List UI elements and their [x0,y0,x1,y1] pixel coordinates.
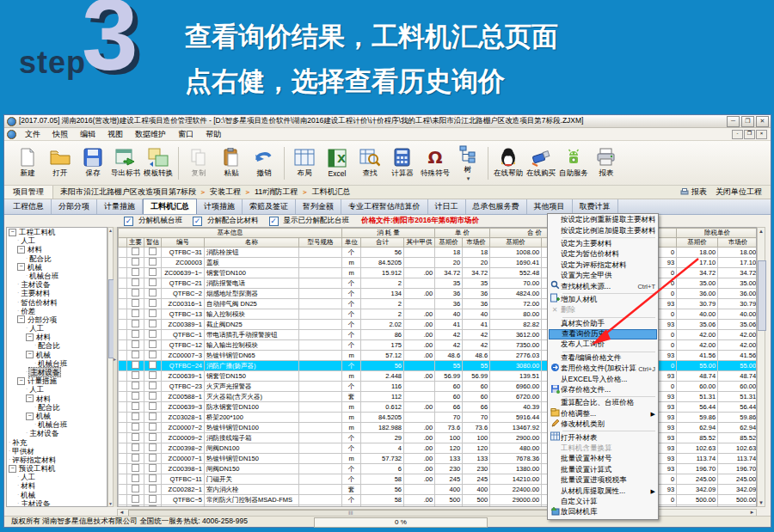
tab-工料机汇总[interactable]: 工料机汇总 [143,199,197,214]
table-row[interactable]: ZC00003盖板m84.520520201690.411690.419317.… [119,258,758,268]
table-row[interactable]: ZC00398~2闸阀DN100个4.00120120480.00480.009… [119,443,758,454]
main-material-checkbox[interactable] [132,464,139,472]
context-menu-item-套用价格文件(加权计算)[interactable]: 套用价格文件(加权计算)Ctrl+J [549,364,657,374]
close-unit-project-link[interactable]: 关闭单位工程 [716,187,762,198]
table-row[interactable]: QTFBC~21消防报警电话个2353570.0070.00035.0035.0… [119,278,758,289]
estimate-checkbox[interactable] [149,299,157,307]
context-menu-item-查看/编辑价格文件[interactable]: 查看/编辑价格文件 [549,353,657,364]
table-row[interactable]: ZC00007~1热镀锌钢管DN150m57.732.001331337678.… [119,454,758,464]
project-management-tab[interactable]: 项目管理 [4,186,53,199]
tree-item-预设工料机[interactable]: −预设工料机 [7,464,107,473]
tab-专业工程暂估/结算价[interactable]: 专业工程暂估/结算价 [341,199,428,214]
main-material-checkbox[interactable] [132,361,139,369]
tree-item-分部分项[interactable]: −分部分项 [7,315,107,324]
main-material-checkbox[interactable] [132,392,139,400]
context-menu-item-真材实价助手[interactable]: 真材实价助手 [549,319,657,329]
checkbox-分解配合比材料[interactable]: ✓ [193,217,202,226]
mdi-close-button[interactable]: × [756,130,767,139]
context-menu-item-设置为完全甲供[interactable]: 设置为完全甲供 [549,271,657,281]
toolbar-特殊符号[interactable]: Ω特殊符号 [420,144,451,183]
toolbar-保存[interactable]: 保存 [77,144,108,183]
context-menu-item-批量设置计算式[interactable]: 批量设置计算式 [549,465,657,475]
estimate-checkbox[interactable] [149,278,157,286]
estimate-checkbox[interactable] [149,258,157,266]
tree-item-评标指定材料[interactable]: ·评标指定材料 [7,456,107,464]
estimate-checkbox[interactable] [149,505,157,507]
tree-collapse-icon[interactable]: − [9,229,16,236]
breadcrumb-item[interactable]: 11#消防工程 [255,187,298,198]
main-material-checkbox[interactable] [132,423,139,431]
menu-帮助[interactable]: 帮助 [200,128,227,141]
estimate-checkbox[interactable] [149,361,157,369]
toolbar-模板转换[interactable]: 模板转换 [143,144,174,183]
toolbar-计算器[interactable]: 计算器 [387,144,418,183]
toolbar-粘贴[interactable]: 粘贴 [216,144,247,183]
tree-item-主材设备[interactable]: ·主材设备 [7,280,107,289]
tree-item-价差[interactable]: ·价差 [7,307,107,315]
toolbar-在线帮助[interactable]: 在线帮助 [493,144,524,183]
toolbar-Excel[interactable]: XExcel [322,144,353,183]
tree-item-机械[interactable]: −机械 [7,412,107,420]
main-material-checkbox[interactable] [132,402,139,410]
toolbar-树[interactable]: 树▾ [452,144,483,183]
context-menu-item-发布人工询价[interactable]: 发布人工询价 [549,339,657,350]
tree-item-主材设备[interactable]: ·主材设备 [7,499,107,507]
table-row[interactable]: QTFBC~12输入输出控制模块个175.0042427350.007350.0… [119,340,758,351]
toolbar-打开[interactable]: 打开 [45,144,76,183]
checkbox-显示已分解配比台班[interactable]: ✓ [269,217,279,226]
tree-item-配合比[interactable]: ·配合比 [7,254,107,263]
tree-collapse-icon[interactable]: − [17,377,25,385]
main-material-checkbox[interactable] [132,485,139,492]
tree-collapse-icon[interactable]: − [26,413,34,420]
tree-collapse-icon[interactable]: − [17,263,25,271]
context-menu-item-批量设置补材号[interactable]: 批量设置补材号 [549,454,657,464]
tab-暂列金额[interactable]: 暂列金额 [296,199,341,214]
main-material-checkbox[interactable] [132,299,139,307]
toolbar-导出标书[interactable]: 导出标书 [110,144,141,183]
main-material-checkbox[interactable] [132,320,139,327]
main-material-checkbox[interactable] [132,278,139,286]
table-row[interactable]: QTFBC~13输入控制模块个2.00404080.0080.00040.004… [119,309,758,320]
estimate-checkbox[interactable] [149,402,157,410]
tree-item-机械[interactable]: −机械 [7,351,107,359]
tree-collapse-icon[interactable]: − [26,394,34,402]
tree-collapse-icon[interactable]: − [17,315,25,323]
estimate-checkbox[interactable] [149,423,157,431]
table-row[interactable]: ZC03028~1桥架200*100m84.520570705916.44591… [119,413,758,423]
tree-item-材料[interactable]: −材料 [7,394,107,403]
main-material-checkbox[interactable] [132,413,139,420]
tree-item-配合比[interactable]: ·配合比 [7,403,107,412]
mdi-minimize-button[interactable]: - [732,130,743,139]
main-material-checkbox[interactable] [132,268,139,276]
estimate-checkbox[interactable] [149,330,157,338]
tree-item-甲供材[interactable]: ·甲供材 [7,447,107,456]
table-row[interactable]: ZC00639~1钢套管DN150m2.448.0056.9956.99139.… [119,371,758,382]
mdi-restore-button[interactable]: ❐ [744,130,755,139]
table-row[interactable]: QTFBC~24消防广播(扬声器)个5655553080.003080.0005… [119,361,758,371]
menu-窗口[interactable]: 窗口 [172,128,200,141]
checkbox-分解机械台班[interactable]: ✓ [124,217,133,226]
tree-item-材料[interactable]: ·材料 [7,481,107,490]
breadcrumb-item[interactable]: 工料机汇总 [311,187,350,198]
context-menu-item-修改材机类别[interactable]: 修改材机类别 [549,419,657,430]
table-row[interactable]: QTFBC~6常开防火门控制器MSAD-FDC个27.0060060016200… [119,505,758,508]
menu-快照[interactable]: 快照 [46,128,74,141]
estimate-checkbox[interactable] [149,320,157,327]
estimate-checkbox[interactable] [149,382,157,389]
tree-item-人工[interactable]: ·人工 [7,385,107,394]
tree-scrollbar[interactable]: ▲ ▼ [108,227,114,507]
table-row[interactable]: ZC00588~1灭火器箱(含灭火器)套11260606720.006720.0… [119,392,758,402]
context-menu-item-按设定比例重新提取主要材料[interactable]: 按设定比例重新提取主要材料 [549,215,657,225]
table-row[interactable]: QTFBC~5常闭防火门控制器MSAD-FMS个58.0050050029000… [119,495,758,505]
main-material-checkbox[interactable] [132,454,139,462]
tab-索赔及签证[interactable]: 索赔及签证 [243,199,296,214]
tab-其他项目[interactable]: 其他项目 [527,199,573,214]
estimate-checkbox[interactable] [149,289,157,297]
context-menu-item-查看询价历史[interactable]: 查看询价历史 [549,329,657,339]
estimate-checkbox[interactable] [149,309,157,317]
estimate-checkbox[interactable] [149,464,157,472]
main-material-checkbox[interactable] [132,474,139,482]
toolbar-新建[interactable]: 新建 [12,144,43,183]
main-material-checkbox[interactable] [132,505,139,507]
tree-item-材料[interactable]: −材料 [7,333,107,341]
